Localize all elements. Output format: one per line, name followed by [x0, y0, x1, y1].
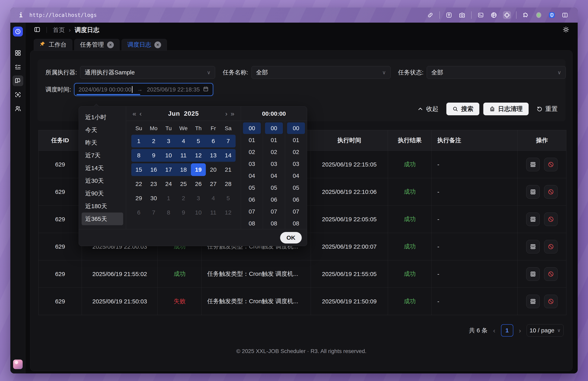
preset-item[interactable]: 近1小时 [82, 111, 123, 124]
calendar-day[interactable]: 8 [131, 149, 146, 162]
second-option[interactable]: 08 [287, 218, 305, 229]
second-option[interactable]: 05 [287, 182, 305, 193]
executor-select[interactable]: 通用执行器Sample ∨ [80, 66, 215, 79]
preset-item[interactable]: 近365天 [82, 212, 123, 225]
hour-option[interactable]: 06 [243, 194, 261, 205]
second-option[interactable]: 01 [287, 134, 305, 146]
collapse-button[interactable]: 收起 [417, 105, 439, 113]
hour-option[interactable]: 02 [243, 146, 261, 158]
second-option[interactable]: 04 [287, 170, 305, 182]
calendar-day[interactable]: 8 [161, 206, 176, 219]
page-info-icon[interactable]: i [19, 12, 23, 19]
calendar-day[interactable]: 18 [176, 163, 191, 176]
hour-option[interactable]: 08 [243, 218, 261, 229]
hour-option[interactable]: 01 [243, 134, 261, 146]
calendar-day[interactable]: 9 [146, 149, 161, 162]
app-logo-clock-icon[interactable] [13, 27, 23, 37]
minute-option[interactable]: 00 [265, 122, 283, 134]
sidebar-item-users[interactable] [13, 103, 23, 114]
view-log-button[interactable] [526, 267, 540, 281]
calendar-day[interactable]: 9 [176, 206, 191, 219]
calendar-day[interactable]: 5 [191, 135, 206, 147]
hour-option[interactable]: 04 [243, 170, 261, 182]
minute-option[interactable]: 02 [265, 146, 283, 158]
kill-task-button[interactable] [544, 212, 558, 226]
calendar-day[interactable]: 10 [191, 206, 206, 219]
terminal-icon[interactable] [477, 11, 485, 19]
calendar-day[interactable]: 15 [131, 163, 146, 176]
calendar-day[interactable]: 2 [146, 135, 161, 147]
password-manager-shield-icon[interactable] [548, 11, 556, 19]
cell-schedule-note[interactable]: 任务触发类型：Cron触发 调度机... [201, 260, 311, 288]
calendar-day[interactable]: 17 [161, 163, 176, 176]
hour-option[interactable]: 00 [243, 122, 261, 134]
calendar-day[interactable]: 10 [161, 149, 176, 162]
preset-item[interactable]: 近90天 [82, 187, 123, 200]
kill-task-button[interactable] [544, 267, 558, 281]
calendar-day[interactable]: 16 [146, 163, 161, 176]
calendar-day[interactable]: 27 [206, 178, 221, 190]
minute-option[interactable]: 01 [265, 134, 283, 146]
calendar-day[interactable]: 11 [206, 206, 221, 219]
minute-option[interactable]: 04 [265, 170, 283, 182]
calendar-day[interactable]: 7 [221, 135, 236, 147]
calendar-day[interactable]: 12 [191, 149, 206, 162]
range-start-value[interactable]: 2024/06/19 00:00:00 [79, 86, 131, 93]
preset-item[interactable]: 今天 [82, 124, 123, 136]
view-log-button[interactable] [526, 240, 540, 253]
calendar-day[interactable]: 30 [146, 192, 161, 205]
hour-option[interactable]: 05 [243, 182, 261, 193]
next-year-button[interactable]: » [229, 110, 236, 117]
theme-toggle-sun-icon[interactable] [563, 26, 569, 34]
breadcrumb-home[interactable]: 首页 [53, 26, 65, 34]
seconds-column[interactable]: 000102030405060708 [285, 121, 307, 229]
crosshair-target-icon[interactable] [503, 11, 511, 19]
calendar-day[interactable]: 3 [161, 135, 176, 147]
calendar-day[interactable]: 2 [176, 192, 191, 205]
calendar-day[interactable]: 5 [221, 192, 236, 205]
minute-option[interactable]: 07 [265, 206, 283, 217]
reset-button[interactable]: 重置 [537, 105, 558, 113]
preset-item[interactable]: 昨天 [82, 136, 123, 149]
minute-option[interactable]: 05 [265, 182, 283, 193]
tab-schedule-logs[interactable]: 调度日志 × [122, 39, 167, 50]
second-option[interactable]: 00 [287, 122, 305, 134]
calendar-day[interactable]: 25 [176, 178, 191, 190]
calendar-day[interactable]: 7 [146, 206, 161, 219]
globe-network-icon[interactable] [490, 11, 498, 19]
calendar-day[interactable]: 4 [206, 192, 221, 205]
calendar-day[interactable]: 6 [206, 135, 221, 147]
camera-screenshot-icon[interactable] [458, 11, 466, 19]
minute-option[interactable]: 06 [265, 194, 283, 205]
second-option[interactable]: 07 [287, 206, 305, 217]
calendar-day[interactable]: 6 [131, 206, 146, 219]
preset-item[interactable]: 近14天 [82, 162, 123, 174]
minute-option[interactable]: 03 [265, 158, 283, 170]
cell-schedule-note[interactable]: 任务触发类型：Cron触发 调度机... [201, 288, 311, 315]
sidebar-item-executor-settings[interactable] [13, 89, 23, 100]
profile-avatar[interactable] [535, 11, 543, 19]
hour-option[interactable]: 03 [243, 158, 261, 170]
kill-task-button[interactable] [544, 295, 558, 308]
page-number-button[interactable]: 1 [501, 324, 513, 337]
kill-task-button[interactable] [544, 158, 558, 171]
sidebar-item-dashboard[interactable] [13, 48, 23, 58]
tab-task-management[interactable]: 任务管理 × [74, 39, 120, 50]
extensions-puzzle-icon[interactable] [522, 11, 530, 19]
prev-year-button[interactable]: « [131, 110, 138, 117]
job-name-select[interactable]: 全部 ∨ [252, 66, 391, 79]
calendar-day[interactable]: 29 [131, 192, 146, 205]
prev-month-button[interactable]: ‹ [138, 110, 143, 117]
next-month-button[interactable]: › [224, 110, 229, 117]
view-log-button[interactable] [526, 158, 540, 171]
calendar-day[interactable]: 14 [221, 149, 236, 162]
kill-task-button[interactable] [544, 185, 558, 199]
calendar-day[interactable]: 3 [191, 192, 206, 205]
page-size-select[interactable]: 10 / page ∨ [527, 324, 564, 337]
log-clean-button[interactable]: 日志清理 [483, 103, 529, 115]
job-status-select[interactable]: 全部 ∨ [427, 66, 566, 79]
kill-task-button[interactable] [544, 240, 558, 253]
calendar-day[interactable]: 1 [161, 192, 176, 205]
hours-column[interactable]: 000102030405060708 [241, 121, 263, 229]
calendar-day[interactable]: 13 [206, 149, 221, 162]
